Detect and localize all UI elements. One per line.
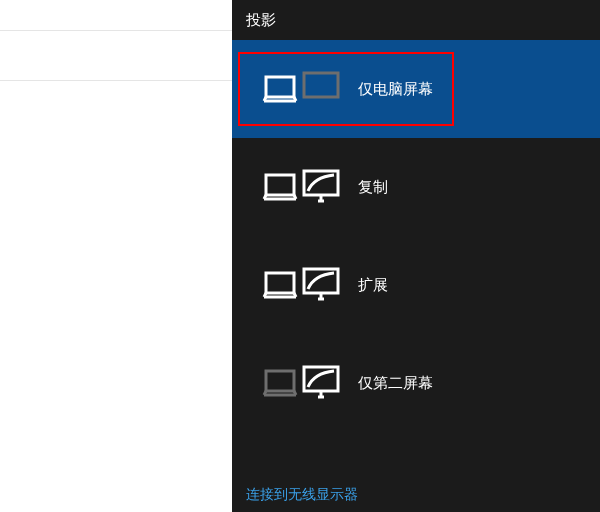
svg-rect-1 (304, 73, 338, 97)
svg-rect-4 (266, 273, 294, 293)
project-options: 仅电脑屏幕 (232, 40, 600, 432)
divider (0, 30, 232, 31)
project-option-pc-only[interactable]: 仅电脑屏幕 (232, 40, 600, 138)
project-option-label: 仅第二屏幕 (358, 374, 433, 393)
extend-icon (262, 263, 340, 307)
svg-rect-2 (266, 175, 294, 195)
svg-rect-0 (266, 77, 294, 97)
panel-title: 投影 (232, 0, 600, 40)
project-option-duplicate[interactable]: 复制 (232, 138, 600, 236)
duplicate-icon (262, 165, 340, 209)
project-option-second-only[interactable]: 仅第二屏幕 (232, 334, 600, 432)
project-option-label: 仅电脑屏幕 (358, 80, 433, 99)
pc-only-icon (262, 67, 340, 111)
connect-wireless-display-link[interactable]: 连接到无线显示器 (246, 486, 358, 504)
page-root: 投影 (0, 0, 600, 512)
divider (0, 80, 232, 81)
project-option-label: 扩展 (358, 276, 388, 295)
project-panel: 投影 (232, 0, 600, 512)
project-option-extend[interactable]: 扩展 (232, 236, 600, 334)
project-option-label: 复制 (358, 178, 388, 197)
svg-rect-6 (266, 371, 294, 391)
second-only-icon (262, 361, 340, 405)
